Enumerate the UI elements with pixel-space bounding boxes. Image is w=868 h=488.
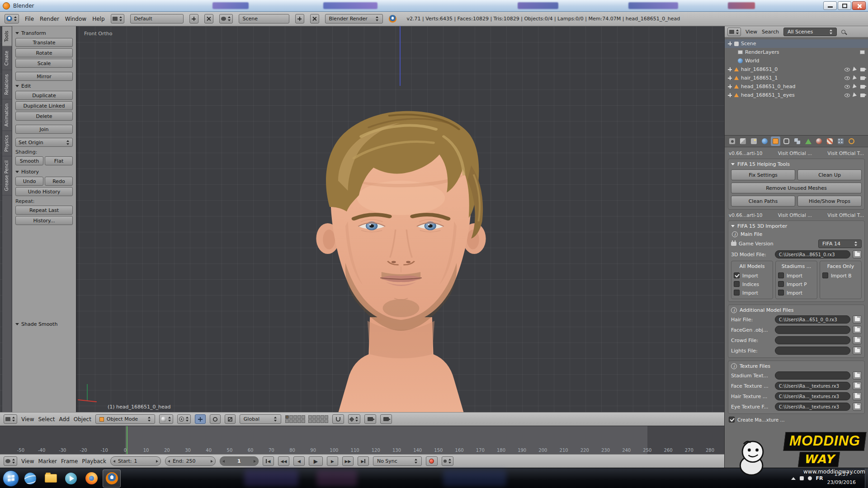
outliner-row-renderlayers[interactable]: RenderLayers [725,48,868,56]
render-toggle-icon[interactable] [860,68,865,71]
outliner-row-eyes[interactable]: head_168651_1_eyes [725,91,868,99]
history-button[interactable]: History... [15,216,73,225]
maximize-button[interactable] [838,1,851,10]
properties-tab-material[interactable] [814,136,824,146]
delete-scene-button[interactable] [310,14,319,23]
tab-physics[interactable]: Physics [2,131,12,156]
menu-file[interactable]: File [25,16,34,22]
panel-header-history[interactable]: History [15,169,73,175]
render-toggle-icon[interactable] [860,76,865,80]
visit-official-link-2[interactable]: Visit Official T... [827,212,864,218]
tray-volume-icon[interactable] [808,476,812,480]
hide-toggle-icon[interactable] [844,94,850,97]
previous-keyframe-button[interactable]: ◀◀ [278,456,289,466]
crowd-file-field[interactable] [775,336,850,344]
layer-selector[interactable] [285,415,328,423]
selectable-toggle-icon[interactable] [853,84,859,89]
hair-texture-field[interactable]: C:\Users\Ra..._textures.rx3 [775,392,850,400]
outliner-menu-search[interactable]: Search [762,29,779,35]
timeline-editor-type-button[interactable] [4,456,17,466]
manipulator-rotate-button[interactable] [210,414,221,424]
timeline-menu-view[interactable]: View [21,458,34,465]
taskbar-blender-button[interactable] [103,469,121,488]
model-head_168651_0_head[interactable] [304,86,498,438]
game-version-selector[interactable]: FIFA 14 [818,239,862,248]
end-frame-field[interactable]: End:250 [165,456,216,466]
properties-tab-render[interactable] [727,136,737,146]
import-checkbox-row[interactable]: Import [734,272,770,278]
delete-layout-button[interactable] [204,14,213,23]
lights-file-field[interactable] [775,347,850,355]
checkbox[interactable] [822,272,828,278]
current-frame-field[interactable]: 1 [220,456,259,466]
taskbar-explorer-button[interactable] [42,469,60,488]
fix-settings-button[interactable]: Fix Settings [731,169,795,180]
selectable-toggle-icon[interactable] [853,92,859,98]
hide-toggle-icon[interactable] [844,68,850,71]
hide-toggle-icon[interactable] [844,85,850,89]
tab-relations[interactable]: Relations [2,70,12,99]
opengl-render-anim-button[interactable] [380,414,392,424]
layer-group-1[interactable] [285,415,305,423]
next-keyframe-button[interactable]: ▶▶ [342,456,354,466]
outliner-menu-view[interactable]: View [745,29,757,35]
snap-element-selector[interactable] [348,414,360,424]
viewport-editor-type-button[interactable] [4,414,17,424]
add-scene-button[interactable] [295,14,304,23]
face-texture-field[interactable]: C:\Users\Ra..._textures.rx3 [775,382,850,390]
menu-help[interactable]: Help [92,16,104,22]
checkbox[interactable] [778,290,784,296]
panel-header-edit[interactable]: Edit [15,83,73,89]
current-frame-marker[interactable] [127,426,127,454]
panel-header-3d-importer[interactable]: FIFA 15 3D Importer [731,223,862,229]
properties-tab-modifiers[interactable] [793,136,802,146]
play-button[interactable]: ▶ [309,456,323,466]
outliner-row-head[interactable]: head_168651_0_head [725,82,868,91]
eye-texture-browse-button[interactable] [853,403,862,411]
manipulator-scale-button[interactable] [225,414,236,424]
model-file-field[interactable]: C:\Users\Ra...8651_0.rx3 [775,250,850,258]
create-texture-checkbox[interactable] [729,417,735,422]
mode-selector[interactable]: Object Mode [95,414,155,424]
properties-tab-physics[interactable] [847,136,856,146]
next-frame-button[interactable]: ▶ [327,456,338,466]
taskbar-media-player-button[interactable] [62,469,80,488]
visit-official-link[interactable]: Visit Official ... [778,212,812,218]
window-titlebar[interactable]: Blender [0,0,868,12]
checkbox-checked[interactable] [734,272,740,278]
pivot-point-selector[interactable] [177,414,191,424]
crowd-file-browse-button[interactable] [853,336,862,344]
snap-toggle-button[interactable] [332,414,344,424]
expand-icon[interactable] [728,84,732,89]
duplicate-linked-button[interactable]: Duplicate Linked [15,101,73,110]
editor-type-selector[interactable] [5,14,19,23]
stadium-import-p-row[interactable]: Import P [778,281,815,287]
clean-paths-button[interactable]: Clean Paths [731,196,795,206]
redo-button[interactable]: Redo [45,177,73,186]
set-origin-menu[interactable]: Set Origin [15,138,73,147]
render-toggle-icon[interactable] [860,94,865,97]
properties-tab-world[interactable] [760,136,769,146]
properties-tab-texture[interactable] [825,136,835,146]
visit-official-link[interactable]: Visit Official ... [778,150,812,156]
viewport-3d[interactable]: Front Ortho [0,26,724,426]
clean-up-button[interactable]: Clean Up [797,169,862,180]
remove-unused-meshes-button[interactable]: Remove Unused Meshes [731,183,862,193]
render-engine-selector[interactable]: Blender Render [325,14,383,23]
tab-tools[interactable]: Tools [2,27,12,47]
hide-show-props-button[interactable]: Hide/Show Props [797,196,862,206]
expand-icon[interactable] [728,76,732,80]
timeline-ruler[interactable]: -50-40-30-20-100102030405060708090100110… [0,426,724,454]
properties-tab-particles[interactable] [836,136,845,146]
hair-file-field[interactable]: C:\Users\Ra...651_0_0.rx3 [775,315,850,324]
visit-official-link-2[interactable]: Visit Official T... [827,150,864,156]
panel-header-transform[interactable]: Transform [15,30,73,36]
add-layout-button[interactable] [189,14,198,23]
eye-texture-field[interactable]: C:\Users\Ra..._textures.rx3 [775,403,850,411]
language-indicator[interactable]: FR [816,475,823,481]
outliner-editor-type-button[interactable] [727,28,741,36]
properties-tab-constraints[interactable] [782,136,791,146]
timeline-menu-playback[interactable]: Playback [82,458,106,465]
start-frame-field[interactable]: Start:1 [110,456,161,466]
selectable-toggle-icon[interactable] [853,66,859,72]
